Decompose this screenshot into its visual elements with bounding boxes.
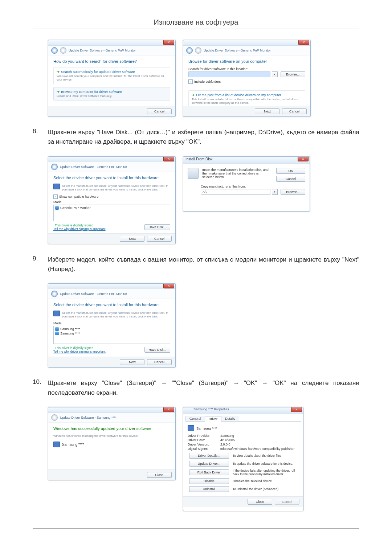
signed-text: This driver is digitally signed. <box>55 223 94 227</box>
breadcrumb: Update Driver Software - Generic PnP Mon… <box>60 292 127 296</box>
include-subfolders-checkbox[interactable]: ✓ Include subfolders <box>188 79 305 84</box>
tab-general[interactable]: General <box>185 416 205 421</box>
cancel-button[interactable]: Cancel <box>282 108 307 114</box>
nav-back-icon[interactable] <box>51 291 58 297</box>
signing-info-link[interactable]: Tell me why driver signing is important <box>53 350 106 353</box>
checkmark-icon: ✓ <box>188 79 193 84</box>
dialog-select-driver: X Update Driver Software - Generic PnP M… <box>48 156 176 244</box>
model-list-label: Model <box>53 200 170 204</box>
browse-button[interactable]: Browse... <box>281 71 305 77</box>
model-list-label: Model <box>53 321 170 325</box>
have-disk-button[interactable]: Have Disk... <box>144 347 170 353</box>
show-compatible-checkbox[interactable]: ✓ Show compatible hardware <box>53 194 170 199</box>
list-item[interactable]: Generic PnP Monitor <box>54 206 169 210</box>
option-pick-from-list[interactable]: ➔Let me pick from a list of device drive… <box>188 90 305 107</box>
signing-info-link[interactable]: Tell me why driver signing is important <box>53 227 106 231</box>
dialog-search-method: X Update Driver Software - Generic PnP M… <box>48 40 176 117</box>
option-browse-computer[interactable]: ➔Browse my computer for driver software … <box>53 87 170 100</box>
nav-forward-icon <box>60 47 66 54</box>
breadcrumb: Update Driver Software - Generic PnP Mon… <box>69 49 136 52</box>
close-icon[interactable]: X <box>163 156 174 161</box>
button-description: To update the driver software for this d… <box>233 462 299 465</box>
arrow-icon: ➔ <box>57 90 60 94</box>
step-number: 9. <box>33 255 48 274</box>
dialog-instruction: Select the manufacturer and model of you… <box>62 184 170 192</box>
option-subtext: This list will show installed driver sof… <box>192 98 302 105</box>
copy-from-label: Copy manufacturer's files from: <box>201 185 305 188</box>
step-8: 8. Щракнете върху "Have Disk... (От диск… <box>33 128 359 147</box>
list-item[interactable]: Samsung **** <box>54 331 169 336</box>
browse-button[interactable]: Browse... <box>281 189 305 195</box>
dropdown-icon[interactable]: ▾ <box>272 71 278 77</box>
tab-driver[interactable]: Driver <box>205 416 221 422</box>
list-item[interactable]: Samsung **** <box>54 327 169 331</box>
arrow-icon: ➔ <box>192 93 195 97</box>
dialog-instruction: Select the manufacturer and model of you… <box>62 311 170 319</box>
dialog-instruction: Insert the manufacturer's installation d… <box>202 168 271 182</box>
checkmark-icon: ✓ <box>53 194 58 199</box>
driver-details-button[interactable]: Driver Details... <box>189 453 229 459</box>
nav-back-icon[interactable] <box>51 164 58 170</box>
cancel-button[interactable]: Cancel <box>276 176 305 182</box>
monitor-icon <box>53 442 60 447</box>
disable-button[interactable]: Disable <box>189 478 229 484</box>
next-button[interactable]: Next <box>120 359 144 365</box>
path-input[interactable]: A:\ <box>201 189 270 195</box>
kv-key: Digital Signer: <box>188 447 220 451</box>
model-listbox[interactable]: Samsung **** Samsung **** <box>53 326 170 344</box>
dialog-browse-location: X Update Driver Software - Generic PnP M… <box>183 40 311 117</box>
signed-status: This driver is digitally signed. <box>53 223 106 227</box>
cancel-button: Cancel <box>275 499 299 505</box>
tab-details[interactable]: Details <box>221 416 239 421</box>
dropdown-icon[interactable]: ▾ <box>272 189 278 195</box>
uninstall-button[interactable]: Uninstall <box>189 486 229 492</box>
button-description: If the device fails after updating the d… <box>233 469 299 476</box>
cancel-button[interactable]: Cancel <box>147 359 172 365</box>
monitor-icon <box>53 184 60 189</box>
rollback-driver-button[interactable]: Roll Back Driver <box>189 469 229 475</box>
list-item-label: Samsung **** <box>60 327 80 331</box>
page-title: Използване на софтуера <box>33 18 359 26</box>
next-button[interactable]: Next <box>255 108 279 114</box>
option-search-auto[interactable]: ➔Search automatically for updated driver… <box>53 67 170 84</box>
kv-value: microsoft windows hardware compatibility… <box>220 447 295 451</box>
update-driver-button[interactable]: Update Driver... <box>189 461 229 467</box>
dialog-install-from-disk: Install From Disk X Insert the manufactu… <box>183 156 310 212</box>
ok-button[interactable]: OK <box>276 168 305 174</box>
disk-icon <box>188 168 199 179</box>
dialog-update-success: X Update Driver Software - Samsung **** … <box>48 407 176 480</box>
cancel-button[interactable]: Cancel <box>147 236 172 242</box>
signed-status: This driver is digitally signed. <box>53 346 106 350</box>
nav-back-icon[interactable] <box>186 47 193 54</box>
close-icon[interactable]: X <box>291 407 302 412</box>
dialog-select-model: X Update Driver Software - Generic PnP M… <box>48 283 176 368</box>
close-button[interactable]: Close <box>248 499 272 505</box>
have-disk-button[interactable]: Have Disk... <box>144 224 170 230</box>
model-listbox[interactable]: Generic PnP Monitor <box>53 205 170 221</box>
close-icon[interactable]: X <box>298 156 309 161</box>
monitor-icon <box>53 311 60 316</box>
dialog-device-properties: Samsung **** Properties X General Driver… <box>183 407 303 511</box>
breadcrumb: Update Driver Software - Generic PnP Mon… <box>204 49 271 52</box>
option-title: Browse my computer for driver software <box>61 90 122 94</box>
close-icon[interactable]: X <box>163 407 174 412</box>
dialog-subtext: Windows has finished installing the driv… <box>53 434 170 438</box>
device-name: Samsung **** <box>196 426 217 430</box>
close-icon[interactable]: X <box>163 40 174 45</box>
shield-icon <box>55 327 59 331</box>
close-icon[interactable]: X <box>298 40 309 45</box>
step-number: 8. <box>33 128 48 147</box>
next-button[interactable]: Next <box>120 236 144 242</box>
device-name: Samsung **** <box>62 443 84 447</box>
cancel-button[interactable]: Cancel <box>147 108 172 114</box>
close-button[interactable]: Close <box>147 472 172 478</box>
button-description: To uninstall the driver (Advanced). <box>233 487 299 491</box>
option-subtext: Locate and install driver software manua… <box>57 94 167 98</box>
breadcrumb: Update Driver Software - Samsung **** <box>60 416 117 419</box>
dialog-heading: Select the device driver you want to ins… <box>53 303 170 307</box>
nav-back-icon[interactable] <box>51 47 58 54</box>
close-icon[interactable]: X <box>163 283 174 288</box>
titlebar: X <box>48 40 175 46</box>
option-subtext: Windows will search your computer and th… <box>57 74 167 82</box>
location-input[interactable] <box>188 71 270 77</box>
